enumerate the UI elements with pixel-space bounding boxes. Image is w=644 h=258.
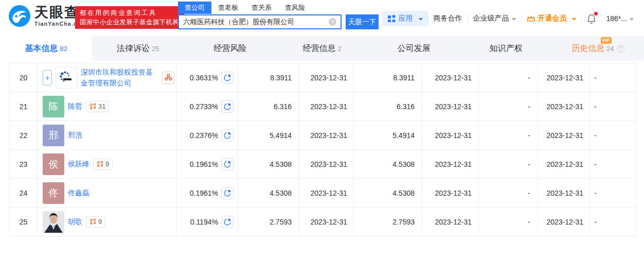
date2-cell: 2023-12-31 [422, 150, 478, 179]
avatar: 佟 [43, 182, 64, 204]
help-icon[interactable]: ? [617, 45, 624, 53]
value3-cell: - [478, 121, 538, 150]
search-button[interactable]: 天眼一下 [346, 14, 379, 29]
apps-label: 应用 [399, 14, 413, 23]
ratio-cell: 0.3631% [177, 63, 238, 92]
search-tab-relation[interactable]: 查关系 [245, 2, 278, 14]
avatar: 邢 [43, 125, 64, 146]
shareholder-cell: 陈 陈哲 31 [38, 92, 177, 121]
search-input-box: × [178, 14, 342, 29]
date-cell: 2023-12-31 [299, 208, 354, 236]
date3-cell: 2023-12-31 [538, 121, 590, 150]
open-vip-menu[interactable]: 开通会员 [522, 14, 581, 23]
date-cell: 2023-12-31 [299, 92, 354, 121]
relation-graph-icon [90, 218, 96, 225]
pie-chart-icon[interactable] [221, 72, 234, 84]
shareholder-name-link[interactable]: 胡歌 [68, 216, 82, 227]
shareholders-section: 20 + 深圳市玖和 [9, 63, 644, 236]
business-cooperation-link[interactable]: 商务合作 [428, 14, 468, 23]
shareholder-name-link[interactable]: 佟鑫磊 [68, 187, 90, 198]
chevron-down-icon [419, 18, 423, 21]
shares-cell: 4.5308 [238, 150, 299, 179]
person-photo [43, 211, 64, 233]
date-cell: 2023-12-31 [299, 121, 354, 150]
date3-cell: 2023-12-31 [538, 92, 590, 121]
value4-cell: - [590, 150, 636, 179]
value3-cell: - [478, 92, 538, 121]
tab-intellectual-property[interactable]: 知识产权 [460, 36, 552, 61]
value4-cell: - [590, 63, 636, 92]
enterprise-product-menu[interactable]: 企业级产品 [468, 14, 521, 23]
date3-cell: 2023-12-31 [538, 208, 590, 236]
row-number: 22 [10, 121, 38, 150]
row-number: 23 [10, 150, 38, 179]
date2-cell: 2023-12-31 [422, 208, 478, 236]
search-tab-boss[interactable]: 查老板 [211, 2, 245, 14]
notification-bell[interactable] [582, 14, 601, 24]
chevron-down-icon [630, 18, 634, 21]
ratio-cell: 0.1961% [177, 150, 238, 179]
equity-structure-icon[interactable] [162, 72, 174, 84]
search-input[interactable] [179, 18, 329, 26]
date-cell: 2023-12-31 [299, 150, 354, 179]
slogan-badge: 都在用的商业查询工具 国家中小企业发展子基金旗下机构 [75, 6, 184, 29]
value4-cell: - [590, 92, 636, 121]
shares-cell: 4.5308 [238, 179, 299, 208]
clear-icon[interactable]: × [329, 18, 336, 26]
relation-badge[interactable]: 9 [86, 216, 105, 228]
pie-chart-icon[interactable] [221, 129, 234, 142]
pie-chart-icon[interactable] [221, 216, 234, 228]
tab-company-development[interactable]: 公司发展 [368, 36, 460, 61]
account-menu[interactable]: 186*... [601, 14, 639, 23]
company-logo-icon [57, 68, 76, 87]
relation-badge[interactable]: 31 [86, 101, 109, 112]
date2-cell: 2023-12-31 [422, 179, 478, 208]
shareholders-table: 20 + 深圳市玖和 [9, 63, 636, 236]
shareholder-name-link[interactable]: 深圳市玖和股权投资基金管理有限公司 [81, 67, 158, 89]
shares2-cell: 6.316 [354, 92, 422, 121]
company-logo [56, 67, 77, 89]
shareholder-cell: + 深圳市玖和股权投资基金管理有限公司 [38, 63, 177, 92]
table-row: 22 邢 邢浩 0.2376% [10, 121, 636, 150]
pie-icon [224, 102, 231, 110]
tab-operation-risk[interactable]: 经营风险 [184, 36, 276, 61]
shares2-cell: 4.5308 [354, 150, 422, 179]
expand-button[interactable]: + [43, 70, 52, 85]
table-row: 20 + 深圳市玖和 [10, 63, 636, 92]
avatar: 陈 [43, 96, 64, 117]
row-number: 21 [10, 92, 38, 121]
value3-cell: - [478, 63, 538, 92]
row-number: 20 [10, 63, 38, 92]
table-row: 24 佟 佟鑫磊 0.1961% [10, 179, 636, 208]
table-row: 21 陈 陈哲 31 [10, 92, 636, 121]
org-chart-icon [165, 74, 172, 81]
chevron-down-icon [572, 18, 576, 21]
value3-cell: - [478, 208, 538, 236]
search-tab-company[interactable]: 查公司 [178, 2, 211, 14]
date2-cell: 2023-12-31 [422, 121, 478, 150]
header-right-menu: 应用 商务合作 企业级产品 开通会员 [382, 11, 639, 26]
tab-basic-info[interactable]: 基本信息 82 [0, 36, 92, 61]
shareholder-name-link[interactable]: 邢浩 [68, 130, 82, 141]
apps-grid-icon [387, 14, 396, 23]
tab-legal-proceedings[interactable]: 法律诉讼 25 [92, 36, 184, 61]
pie-chart-icon[interactable] [221, 158, 234, 170]
shareholder-name-link[interactable]: 侯跃峰 [68, 159, 90, 169]
date2-cell: 2023-12-31 [422, 63, 478, 92]
shares2-cell: 2.7593 [354, 208, 422, 236]
search-tabs: 查公司 查老板 查关系 查风险 [178, 2, 379, 14]
row-number: 24 [10, 179, 38, 208]
apps-menu[interactable]: 应用 [382, 11, 428, 26]
relation-graph-icon [97, 161, 103, 167]
search-tab-risk[interactable]: 查风险 [278, 2, 312, 14]
shareholder-name-link[interactable]: 陈哲 [68, 101, 82, 112]
relation-badge[interactable]: 9 [93, 159, 113, 170]
slogan-line1: 都在用的商业查询工具 [80, 9, 180, 17]
pie-chart-icon[interactable] [221, 187, 234, 199]
tab-history-info[interactable]: 历史信息 VIP 24 ? [552, 36, 644, 61]
date-cell: 2023-12-31 [299, 63, 354, 92]
tab-operation-info[interactable]: 经营信息 2 [276, 36, 368, 61]
shareholder-cell: 佟 佟鑫磊 [38, 179, 177, 208]
pie-chart-icon[interactable] [221, 100, 234, 113]
value3-cell: - [478, 179, 538, 208]
